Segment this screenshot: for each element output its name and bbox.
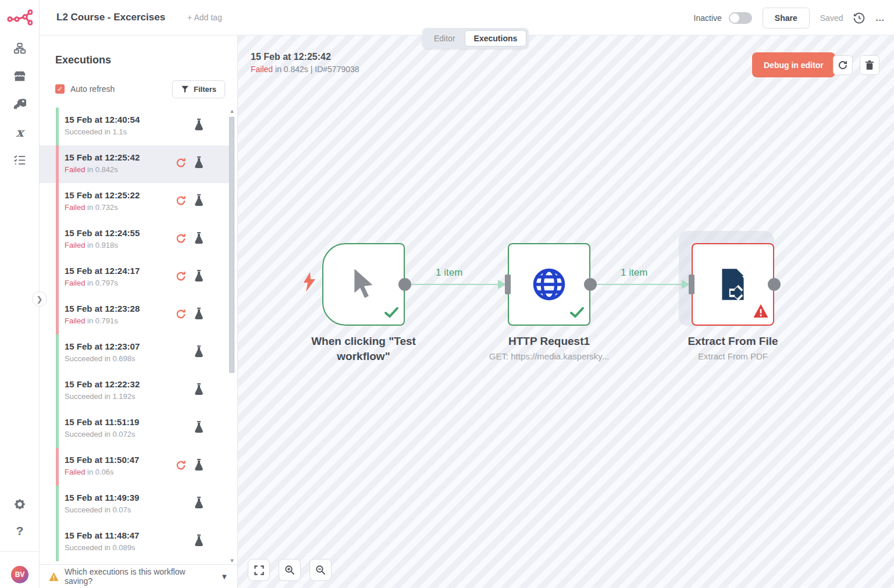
- executions-scrollbar[interactable]: ▲ ▼: [229, 108, 236, 564]
- execution-list-item[interactable]: 15 Feb at 12:23:28Failed in 0.791s: [40, 297, 230, 334]
- executions-title: Executions: [55, 54, 111, 66]
- status-bar: [56, 523, 59, 561]
- execution-list-item[interactable]: 15 Feb at 11:48:47Succeeded in 0.089s: [40, 523, 230, 561]
- sidebar-item-variables[interactable]: x: [9, 126, 30, 138]
- execution-time: 15 Feb at 11:51:19: [65, 417, 139, 427]
- execution-list-item[interactable]: 15 Feb at 12:22:32Succeeded in 1.192s: [40, 372, 230, 410]
- run-header: 15 Feb at 12:25:42 Failed in 0.842s | ID…: [251, 52, 359, 74]
- execution-status: Failed in 0.732s: [65, 203, 118, 212]
- execution-list-item[interactable]: 15 Feb at 11:51:19Succeeded in 0.072s: [40, 410, 230, 448]
- zoom-in-button[interactable]: [279, 559, 301, 581]
- debug-flask-icon[interactable]: [194, 232, 204, 247]
- debug-flask-icon[interactable]: [194, 459, 204, 473]
- execution-list-item[interactable]: 15 Feb at 12:25:42Failed in 0.842s: [40, 145, 230, 183]
- execution-time: 15 Feb at 12:24:17: [65, 266, 140, 276]
- debug-flask-icon[interactable]: [194, 308, 204, 322]
- auto-refresh-label[interactable]: Auto refresh: [70, 84, 115, 94]
- debug-flask-icon[interactable]: [194, 156, 204, 171]
- node2-subtitle: GET: https://media.kaspersky...: [473, 351, 625, 362]
- debug-flask-icon[interactable]: [194, 534, 204, 549]
- status-bar: [56, 486, 59, 523]
- sidebar-item-executions[interactable]: [9, 154, 30, 166]
- retry-icon[interactable]: [175, 157, 187, 171]
- node1-output-connector[interactable]: [398, 278, 411, 291]
- debug-flask-icon[interactable]: [194, 383, 204, 398]
- scroll-thumb[interactable]: [229, 117, 234, 373]
- workflow-canvas[interactable]: 15 Feb at 12:25:42 Failed in 0.842s | ID…: [238, 35, 894, 588]
- node-when-clicking-test-workflow[interactable]: [322, 243, 405, 326]
- retry-icon[interactable]: [175, 233, 187, 247]
- debug-flask-icon[interactable]: [194, 270, 204, 284]
- execution-list-item[interactable]: 15 Feb at 12:25:22Failed in 0.732s: [40, 183, 230, 221]
- debug-flask-icon[interactable]: [194, 194, 204, 209]
- workflow-active-toggle[interactable]: [729, 12, 752, 24]
- execution-list-item[interactable]: 15 Feb at 12:24:17Failed in 0.797s: [40, 259, 230, 297]
- retry-execution-button[interactable]: [833, 55, 853, 75]
- sidebar-item-workflows[interactable]: [9, 42, 30, 55]
- status-bar: [56, 448, 59, 486]
- sidebar-item-help[interactable]: ?: [9, 525, 30, 537]
- retry-icon[interactable]: [175, 195, 187, 209]
- delete-execution-button[interactable]: [860, 55, 879, 75]
- filters-button[interactable]: Filters: [172, 80, 225, 98]
- warning-icon: [49, 572, 59, 581]
- user-avatar[interactable]: BV: [11, 566, 29, 583]
- error-warning-icon: [753, 304, 768, 320]
- execution-time: 15 Feb at 12:22:32: [65, 379, 140, 389]
- zoom-out-icon: [315, 565, 326, 575]
- status-bar: [56, 410, 59, 448]
- sidebar-item-settings[interactable]: [9, 498, 30, 511]
- execution-list-item[interactable]: 15 Feb at 11:50:47Failed in 0.06s: [40, 448, 230, 486]
- share-button[interactable]: Share: [763, 8, 810, 28]
- connection-2[interactable]: [590, 284, 689, 285]
- execution-list-item[interactable]: 15 Feb at 11:49:39Succeeded in 0.07s: [40, 486, 230, 523]
- chevron-down-icon: ▼: [220, 572, 228, 581]
- zoom-in-icon: [284, 565, 295, 575]
- refresh-icon: [838, 60, 848, 70]
- debug-flask-icon[interactable]: [194, 421, 204, 436]
- zoom-out-button[interactable]: [309, 559, 332, 581]
- tab-editor[interactable]: Editor: [425, 30, 465, 47]
- tab-executions[interactable]: Executions: [465, 30, 527, 47]
- workflow-title[interactable]: L2 Course - Excercises: [56, 12, 165, 23]
- workflow-history-button[interactable]: [853, 12, 865, 24]
- sidebar-expand-button[interactable]: ❯: [32, 291, 47, 307]
- execution-list-item[interactable]: 15 Feb at 12:40:54Succeeded in 1.1s: [40, 108, 230, 145]
- execution-time: 15 Feb at 12:23:07: [65, 341, 140, 351]
- execution-status: Failed in 0.918s: [65, 241, 118, 250]
- executions-saving-info[interactable]: Which executions is this workflow saving…: [40, 564, 237, 588]
- debug-in-editor-button[interactable]: Debug in editor: [752, 52, 835, 77]
- scroll-down-arrow[interactable]: ▼: [229, 557, 236, 564]
- executions-list-icon: [13, 154, 26, 166]
- status-bar: [56, 297, 59, 334]
- node-http-request1[interactable]: [508, 243, 590, 326]
- file-export-icon: [714, 265, 752, 304]
- node2-output-connector[interactable]: [584, 278, 597, 291]
- n8n-app: x ? BV ❯: [0, 0, 894, 588]
- sidebar-item-templates[interactable]: [9, 70, 30, 83]
- debug-flask-icon[interactable]: [194, 345, 204, 360]
- debug-flask-icon[interactable]: [194, 119, 204, 133]
- retry-icon[interactable]: [175, 308, 187, 322]
- execution-list-item[interactable]: 15 Feb at 12:23:07Succeeded in 0.698s: [40, 334, 230, 372]
- status-bar: [56, 183, 59, 221]
- retry-icon[interactable]: [175, 270, 187, 284]
- scroll-up-arrow[interactable]: ▲: [229, 108, 236, 115]
- zoom-to-fit-button[interactable]: [248, 559, 270, 581]
- execution-list-item[interactable]: 15 Feb at 12:24:55Failed in 0.918s: [40, 221, 230, 259]
- n8n-logo-icon[interactable]: [7, 9, 33, 27]
- node-extract-from-file[interactable]: [692, 243, 774, 326]
- execution-time: 15 Feb at 12:40:54: [65, 115, 140, 124]
- execution-status: Succeeded in 1.192s: [65, 392, 135, 401]
- node3-output-connector[interactable]: [768, 278, 781, 291]
- add-tag-button[interactable]: + Add tag: [187, 13, 222, 22]
- auto-refresh-checkbox[interactable]: ✓: [55, 84, 65, 94]
- connection-1[interactable]: [405, 284, 505, 285]
- debug-flask-icon[interactable]: [194, 497, 204, 511]
- retry-icon[interactable]: [175, 459, 187, 473]
- more-options-button[interactable]: ...: [875, 13, 885, 23]
- sidebar-item-credentials[interactable]: [9, 98, 30, 111]
- filters-label: Filters: [194, 85, 216, 94]
- executions-panel: Executions ✓ Auto refresh Filters 15 Feb…: [40, 35, 238, 588]
- status-bar: [56, 334, 59, 372]
